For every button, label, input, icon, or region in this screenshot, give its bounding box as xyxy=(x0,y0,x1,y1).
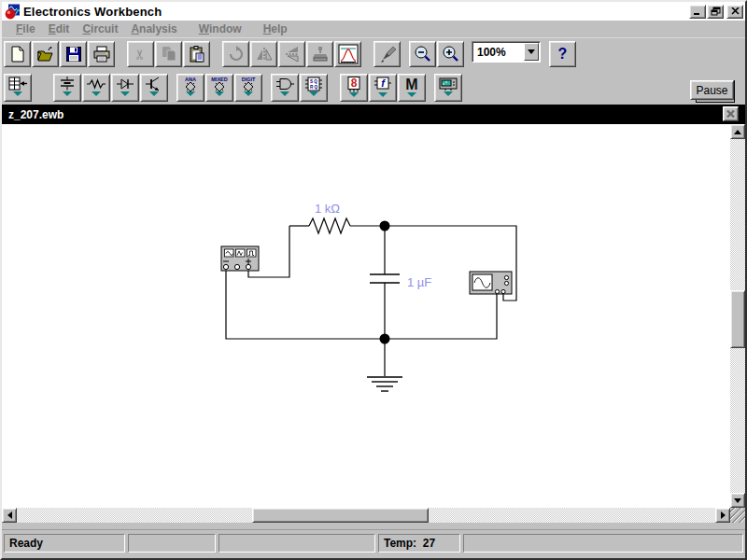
misc-icon: M xyxy=(403,77,420,92)
transistors-bin[interactable] xyxy=(140,74,168,102)
oscilloscope[interactable] xyxy=(470,272,512,294)
component-properties-button[interactable] xyxy=(374,41,401,67)
mixed-ic-icon: MIXED xyxy=(207,77,232,91)
zoom-in-button[interactable] xyxy=(437,41,464,67)
resize-grip[interactable] xyxy=(730,508,745,523)
app-icon[interactable] xyxy=(5,4,21,20)
menu-edit[interactable]: Edit xyxy=(42,21,77,36)
diodes-bin[interactable] xyxy=(111,74,139,102)
print-button[interactable] xyxy=(88,41,115,67)
pause-button[interactable]: Pause xyxy=(690,80,734,100)
digital-ic-icon: DIGIT xyxy=(236,77,261,91)
cut-button[interactable]: ✂ xyxy=(127,41,154,67)
copy-button[interactable] xyxy=(155,41,182,67)
mixed-ics-bin[interactable]: MIXED xyxy=(205,74,233,102)
misc-label: M xyxy=(405,77,417,92)
arrow-left-icon xyxy=(7,511,12,519)
seven-segment-icon: 8 xyxy=(345,77,362,92)
flip-vertical-icon xyxy=(283,45,302,63)
zoom-level-select[interactable]: 100% xyxy=(472,41,541,63)
digital-bin[interactable]: S Q R Q xyxy=(300,74,328,102)
vertical-scroll-track[interactable] xyxy=(730,139,745,493)
flip-horizontal-icon xyxy=(255,45,274,63)
scroll-left-button[interactable] xyxy=(2,508,17,523)
junction-node-top[interactable] xyxy=(380,221,390,231)
horizontal-scrollbar[interactable] xyxy=(2,508,745,523)
miscellaneous-bin[interactable]: M xyxy=(398,74,426,102)
statusbar: Ready Temp: 27 xyxy=(2,530,745,556)
junction-node-bottom[interactable] xyxy=(380,334,390,344)
horizontal-scroll-thumb[interactable] xyxy=(252,508,429,523)
menu-window[interactable]: Window xyxy=(192,21,248,36)
digital-ics-bin[interactable]: DIGIT xyxy=(234,74,262,102)
restore-button[interactable] xyxy=(707,5,724,19)
bin-arrow-icon xyxy=(280,91,289,96)
bin-arrow-icon xyxy=(378,92,388,97)
function-generator[interactable] xyxy=(221,246,259,271)
horizontal-scroll-track[interactable] xyxy=(17,508,715,523)
transistor-icon xyxy=(145,77,163,91)
digital-ic-label: DIGIT xyxy=(242,77,256,82)
circuit-canvas[interactable]: 1 kΩ 1 µF xyxy=(2,124,730,508)
arrow-up-icon xyxy=(734,130,741,134)
wires[interactable] xyxy=(226,226,516,376)
sources-bin[interactable] xyxy=(53,74,81,102)
zoom-in-icon xyxy=(442,45,460,63)
graph-icon xyxy=(338,44,359,64)
logic-gates-bin[interactable] xyxy=(271,74,299,102)
menu-circuit[interactable]: Circuit xyxy=(76,21,124,36)
status-panel-5 xyxy=(463,534,743,553)
indicators-bin[interactable]: 8 xyxy=(340,74,368,102)
window-title: Electronics Workbench xyxy=(23,5,688,19)
flipflop-chip-icon: S Q R Q xyxy=(303,77,324,91)
menu-help[interactable]: Help xyxy=(257,21,294,36)
analog-ic-icon: ANA xyxy=(179,77,202,91)
chip-text-line1: S Q xyxy=(310,79,317,84)
bin-arrow-icon xyxy=(63,91,72,96)
favorites-bin[interactable] xyxy=(4,74,32,102)
ground[interactable] xyxy=(367,377,402,391)
save-floppy-icon xyxy=(64,45,83,63)
flip-horizontal-button[interactable] xyxy=(250,41,277,67)
capacitor[interactable]: 1 µF xyxy=(370,274,431,289)
battery-icon xyxy=(58,77,77,91)
bin-arrow-icon xyxy=(244,91,253,96)
vertical-scroll-thumb[interactable] xyxy=(730,290,745,348)
help-button[interactable]: ? xyxy=(549,41,576,67)
close-button[interactable] xyxy=(726,5,743,19)
zoom-out-button[interactable] xyxy=(409,41,436,67)
document-close-button[interactable] xyxy=(723,106,739,121)
status-panel-3 xyxy=(218,534,375,553)
printer-icon xyxy=(92,45,111,63)
paste-clipboard-icon xyxy=(188,45,206,63)
new-button[interactable] xyxy=(4,41,31,67)
display-graphs-button[interactable] xyxy=(334,41,361,67)
save-button[interactable] xyxy=(60,41,87,67)
rotate-button[interactable] xyxy=(222,41,249,67)
restore-icon xyxy=(711,7,721,16)
scroll-down-button[interactable] xyxy=(730,493,745,508)
flip-vertical-button[interactable] xyxy=(278,41,305,67)
arrow-right-icon xyxy=(721,511,726,519)
rotate-icon xyxy=(227,45,246,63)
bin-arrow-icon xyxy=(186,91,195,96)
create-subcircuit-button[interactable] xyxy=(306,41,333,67)
scroll-right-button[interactable] xyxy=(715,508,730,523)
basic-bin[interactable] xyxy=(82,74,110,102)
minimize-button[interactable] xyxy=(689,5,706,19)
open-button[interactable] xyxy=(32,41,59,67)
paste-button[interactable] xyxy=(183,41,210,67)
resistor[interactable]: 1 kΩ xyxy=(309,202,350,233)
zoom-dropdown-button[interactable] xyxy=(524,43,539,61)
instruments-bin[interactable] xyxy=(434,74,462,102)
menu-file[interactable]: File xyxy=(9,21,42,36)
vertical-scrollbar[interactable] xyxy=(730,124,745,508)
menu-analysis[interactable]: Analysis xyxy=(124,21,183,36)
chevron-down-icon xyxy=(528,49,535,54)
brush-icon xyxy=(378,45,397,63)
controls-bin[interactable]: f xyxy=(369,74,397,102)
scroll-up-button[interactable] xyxy=(730,124,745,139)
help-icon: ? xyxy=(558,46,568,63)
scissors-icon: ✂ xyxy=(132,49,148,61)
analog-ics-bin[interactable]: ANA xyxy=(176,74,204,102)
